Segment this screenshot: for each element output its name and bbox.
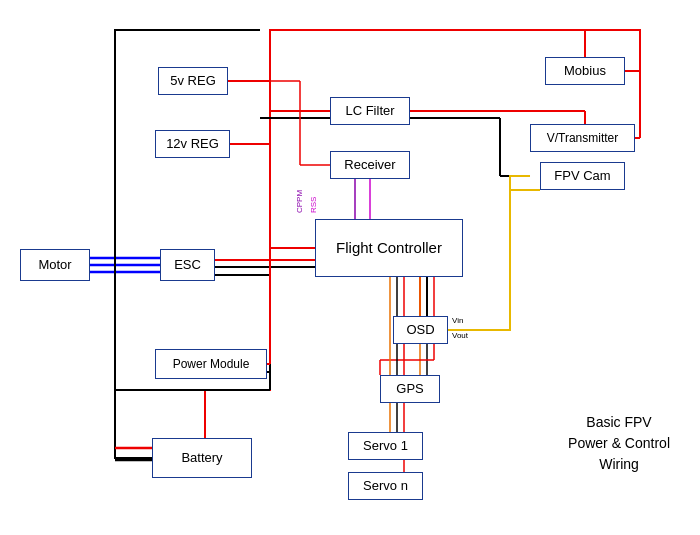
esc-box: ESC xyxy=(160,249,215,281)
svg-text:RSS: RSS xyxy=(309,197,318,213)
servon-box: Servo n xyxy=(348,472,423,500)
motor-label: Motor xyxy=(38,257,71,273)
flightctrl-box: Flight Controller xyxy=(315,219,463,277)
battery-label: Battery xyxy=(181,450,222,466)
diagram-title: Basic FPVPower & ControlWiring xyxy=(568,412,670,475)
flightctrl-label: Flight Controller xyxy=(336,239,442,257)
mobius-label: Mobius xyxy=(564,63,606,79)
reg12v-box: 12v REG xyxy=(155,130,230,158)
osd-label: OSD xyxy=(406,322,434,338)
svg-text:Vin: Vin xyxy=(452,316,463,325)
receiver-label: Receiver xyxy=(344,157,395,173)
reg5v-label: 5v REG xyxy=(170,73,216,89)
gps-box: GPS xyxy=(380,375,440,403)
servo1-label: Servo 1 xyxy=(363,438,408,454)
osd-box: OSD xyxy=(393,316,448,344)
fpvcam-label: FPV Cam xyxy=(554,168,610,184)
battery-box: Battery xyxy=(152,438,252,478)
receiver-box: Receiver xyxy=(330,151,410,179)
mobius-box: Mobius xyxy=(545,57,625,85)
svg-text:CPPM: CPPM xyxy=(295,190,304,213)
esc-label: ESC xyxy=(174,257,201,273)
reg12v-label: 12v REG xyxy=(166,136,219,152)
powermodule-box: Power Module xyxy=(155,349,267,379)
powermodule-label: Power Module xyxy=(173,357,250,371)
vtransmitter-box: V/Transmitter xyxy=(530,124,635,152)
fpvcam-box: FPV Cam xyxy=(540,162,625,190)
servon-label: Servo n xyxy=(363,478,408,494)
lcfilter-label: LC Filter xyxy=(345,103,394,119)
motor-box: Motor xyxy=(20,249,90,281)
gps-label: GPS xyxy=(396,381,423,397)
lcfilter-box: LC Filter xyxy=(330,97,410,125)
servo1-box: Servo 1 xyxy=(348,432,423,460)
reg5v-box: 5v REG xyxy=(158,67,228,95)
vtransmitter-label: V/Transmitter xyxy=(547,131,619,145)
svg-text:Vout: Vout xyxy=(452,331,469,340)
